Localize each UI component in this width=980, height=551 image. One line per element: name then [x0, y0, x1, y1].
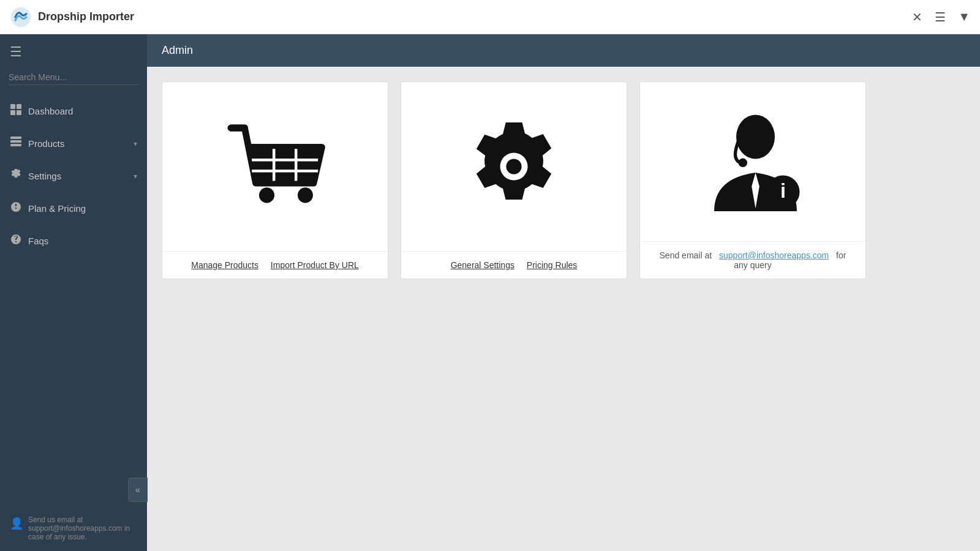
contact-card-links: Send email at support@infoshoreapps.com …	[640, 241, 865, 279]
products-icon	[10, 136, 22, 151]
sidebar-item-products[interactable]: Products ▾	[0, 127, 147, 160]
contact-email-link[interactable]: support@infoshoreapps.com	[719, 250, 829, 260]
sidebar-item-settings[interactable]: Settings ▾	[0, 160, 147, 192]
sidebar-footer-text: Send us email at support@infoshoreapps.c…	[28, 515, 137, 541]
app-title: Dropship Importer	[38, 10, 134, 23]
hamburger-icon[interactable]: ☰	[935, 10, 946, 24]
products-arrow-icon: ▾	[134, 140, 137, 148]
settings-card-icon-area	[447, 82, 581, 251]
svg-point-14	[298, 187, 313, 203]
main-layout: ☰ Dashboard Products ▾	[0, 34, 980, 551]
products-card: Manage Products Import Product By URL	[162, 81, 388, 279]
collapse-icon: «	[135, 485, 140, 495]
svg-rect-7	[10, 144, 21, 146]
pricing-rules-link[interactable]: Pricing Rules	[527, 260, 577, 270]
sidebar-item-label: Settings	[28, 171, 127, 181]
settings-arrow-icon: ▾	[134, 172, 137, 181]
sidebar-item-label: Plan & Pricing	[28, 203, 137, 214]
sidebar-item-plan-pricing[interactable]: Plan & Pricing	[0, 192, 147, 225]
svg-point-20	[739, 159, 747, 167]
dashboard-icon	[10, 103, 22, 119]
gear-icon	[459, 111, 569, 222]
svg-rect-5	[10, 137, 21, 139]
settings-icon	[10, 168, 22, 184]
svg-text:i: i	[780, 180, 786, 202]
topbar: Dropship Importer ✕ ☰ ▼	[0, 0, 980, 34]
topbar-left: Dropship Importer	[10, 6, 134, 28]
sidebar-collapse-button[interactable]: «	[128, 478, 148, 502]
sidebar-item-label: Products	[28, 138, 127, 149]
contact-prefix: Send email at	[660, 250, 715, 260]
contact-card: i Send email at support@infoshoreapps.co…	[639, 81, 866, 279]
sidebar-item-faqs[interactable]: Faqs	[0, 225, 147, 257]
sidebar-item-label: Dashboard	[28, 106, 137, 116]
plan-pricing-icon	[10, 201, 22, 216]
content-header: Admin	[147, 34, 980, 67]
faqs-icon	[10, 233, 22, 249]
products-card-links: Manage Products Import Product By URL	[162, 251, 388, 279]
svg-point-17	[506, 159, 521, 174]
user-icon: 👤	[10, 517, 23, 530]
contact-card-icon-area: i	[685, 82, 820, 241]
products-card-icon-area	[208, 82, 342, 251]
svg-rect-3	[10, 110, 15, 115]
svg-point-13	[259, 187, 274, 203]
svg-rect-8	[252, 149, 318, 181]
manage-products-link[interactable]: Manage Products	[191, 260, 258, 270]
content-body: Manage Products Import Product By URL	[147, 67, 980, 294]
settings-card: General Settings Pricing Rules	[401, 81, 627, 279]
general-settings-link[interactable]: General Settings	[451, 260, 514, 270]
sidebar: ☰ Dashboard Products ▾	[0, 34, 147, 551]
svg-point-18	[736, 115, 775, 159]
support-agent-icon: i	[698, 107, 808, 217]
svg-rect-1	[10, 104, 15, 109]
page-title: Admin	[162, 44, 193, 56]
import-product-url-link[interactable]: Import Product By URL	[271, 260, 359, 270]
sidebar-item-label: Faqs	[28, 236, 137, 246]
dropdown-arrow-icon[interactable]: ▼	[958, 10, 970, 24]
svg-rect-6	[10, 140, 21, 143]
sidebar-hamburger-icon[interactable]: ☰	[0, 34, 147, 70]
svg-rect-2	[17, 104, 21, 109]
sidebar-nav: Dashboard Products ▾ Settings ▾	[0, 95, 147, 506]
sidebar-item-dashboard[interactable]: Dashboard	[0, 95, 147, 127]
topbar-actions: ✕ ☰ ▼	[912, 10, 970, 24]
settings-card-links: General Settings Pricing Rules	[401, 251, 627, 279]
app-logo	[10, 6, 32, 28]
sidebar-footer: 👤 Send us email at support@infoshoreapps…	[0, 506, 147, 551]
shopping-cart-icon	[220, 111, 330, 222]
close-icon[interactable]: ✕	[912, 10, 922, 24]
search-input[interactable]	[7, 70, 140, 85]
svg-rect-4	[17, 110, 21, 115]
content-area: Admin	[147, 34, 980, 551]
